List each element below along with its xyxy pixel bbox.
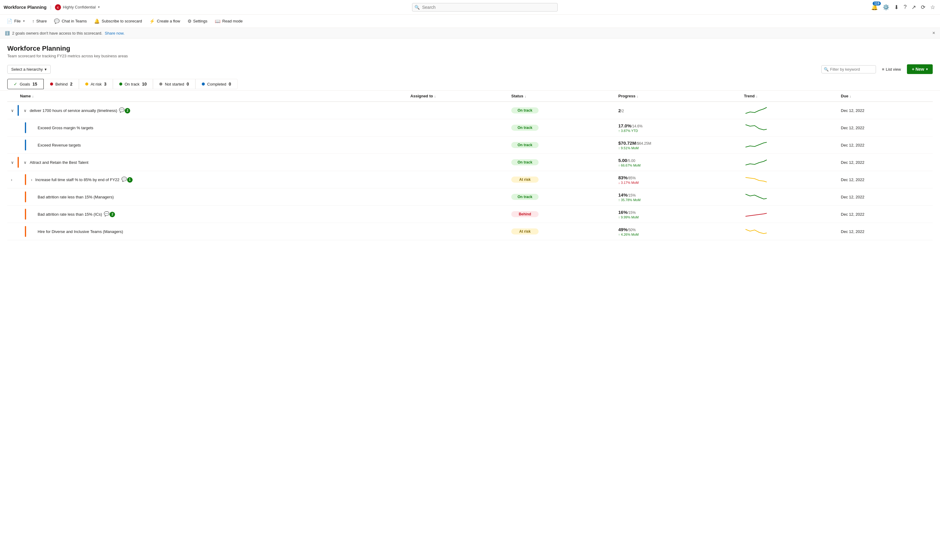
col-header-status[interactable]: Status↓: [509, 91, 616, 102]
name-cell: ∨deliver 1700 hours of service annually …: [18, 102, 408, 119]
download-icon-btn[interactable]: ⬇: [893, 3, 900, 12]
assigned-cell: [408, 206, 509, 223]
row-expand-button[interactable]: ∨: [23, 108, 28, 114]
progress-target: /85%: [628, 176, 636, 180]
pill-count: 0: [229, 82, 231, 86]
topbar: Workforce Planning | C Highly Confidenti…: [0, 0, 940, 15]
status-pill-behind[interactable]: Behind 2: [44, 79, 79, 89]
expand-col: ›: [7, 171, 18, 188]
table-row: ∨ ∨deliver 1700 hours of service annuall…: [7, 102, 933, 119]
comment-count: 2: [125, 108, 130, 114]
expand-button[interactable]: ∨: [10, 160, 15, 165]
status-pill-notstarted[interactable]: Not started 0: [153, 79, 195, 89]
accent-bar: [18, 105, 19, 116]
table-row: › ›Increase full time staff % to 85% by …: [7, 171, 933, 188]
pill-label: Goals: [20, 82, 30, 86]
comment-count: 1: [127, 177, 132, 183]
readmode-label: Read mode: [222, 19, 243, 23]
progress-target: /15%: [628, 211, 636, 215]
status-pill-goals[interactable]: ✓Goals 15: [7, 79, 44, 89]
status-pill-completed[interactable]: Completed 0: [195, 79, 238, 89]
expand-col-header: [7, 91, 18, 102]
expand-button[interactable]: ∨: [10, 108, 15, 114]
table-wrap: Name↓Assigned to↓Status↓Progress↓Trend↓D…: [0, 91, 940, 240]
notifications-button[interactable]: 🔔 119: [870, 3, 879, 12]
progress-value: 2: [618, 108, 621, 113]
confidential-dropdown-arrow[interactable]: ▾: [98, 5, 100, 9]
accent-bar: [25, 209, 26, 220]
new-button[interactable]: + New ▾: [907, 64, 933, 74]
help-icon-btn[interactable]: ?: [902, 3, 908, 12]
create-flow-button[interactable]: ⚡ Create a flow: [146, 17, 183, 26]
filter-search-icon: 🔍: [824, 67, 829, 72]
row-expand-button[interactable]: ∨: [23, 160, 28, 165]
banner-share-link[interactable]: Share now.: [105, 31, 125, 35]
hierarchy-chevron-icon: ▾: [45, 67, 47, 72]
col-header-due[interactable]: Due↓: [838, 91, 933, 102]
row-expand-button[interactable]: ›: [30, 177, 33, 183]
subscribe-button[interactable]: 🔔 Subscribe to scorecard: [91, 17, 145, 26]
progress-value: $70.72M: [618, 140, 636, 146]
toolbar: 📄 File ▾ ↑ Share 💬 Chat in Teams 🔔 Subsc…: [0, 15, 940, 28]
settings-icon-btn[interactable]: ⚙️: [882, 3, 891, 12]
progress-cell: 5.00/5.00↑ 66.67% MoM: [616, 154, 742, 171]
goal-name: Exceed Revenue targets: [38, 143, 81, 148]
share-icon-btn[interactable]: ↗: [910, 3, 917, 12]
trend-cell: [742, 223, 838, 240]
file-button[interactable]: 📄 File ▾: [4, 17, 28, 26]
col-header-trend[interactable]: Trend↓: [742, 91, 838, 102]
readmode-button[interactable]: 📖 Read mode: [212, 17, 246, 26]
progress-change: ↑ 66.67% MoM: [618, 163, 739, 167]
pill-count: 0: [187, 82, 189, 86]
settings-button[interactable]: ⚙ Settings: [185, 17, 211, 26]
file-label: File: [14, 19, 21, 23]
name-cell: ›Increase full time staff % to 85% by en…: [18, 171, 408, 188]
topbar-sep: |: [50, 5, 51, 10]
accent-bar: [25, 191, 26, 202]
favorite-icon-btn[interactable]: ☆: [929, 3, 936, 12]
list-view-label: List view: [886, 67, 901, 72]
page-header: Workforce Planning Team scorecard for tr…: [0, 38, 940, 62]
share-button[interactable]: ↑ Share: [29, 17, 50, 26]
table-row: Hire for Diverse and Inclusive Teams (Ma…: [7, 223, 933, 240]
sort-icon: ↓: [525, 94, 526, 98]
banner-close-button[interactable]: ×: [932, 30, 935, 36]
due-date: Dec 12, 2022: [841, 195, 864, 199]
hierarchy-select-button[interactable]: Select a hierarchy ▾: [7, 65, 51, 74]
comment-icon[interactable]: 💬2: [104, 211, 115, 217]
trend-cell: [742, 154, 838, 171]
list-view-icon: ≡: [882, 67, 885, 72]
name-cell: Exceed Gross margin % targets: [18, 119, 408, 137]
name-cell: Bad attrition rate less than 15% (Manage…: [18, 188, 408, 206]
confidential-label: Highly Confidential: [63, 5, 95, 9]
pill-count: 3: [104, 82, 106, 86]
pill-label: Not started: [165, 82, 184, 86]
list-view-button[interactable]: ≡ List view: [880, 66, 903, 73]
chat-teams-button[interactable]: 💬 Chat in Teams: [51, 17, 90, 26]
status-badge: Behind: [511, 211, 538, 217]
search-input[interactable]: [412, 3, 558, 12]
col-header-progress[interactable]: Progress↓: [616, 91, 742, 102]
col-header-name[interactable]: Name↓: [18, 91, 408, 102]
progress-change: ↓ 3.17% MoM: [618, 181, 739, 185]
settings-icon: ⚙: [188, 18, 191, 24]
status-pill-atrisk[interactable]: At risk 3: [79, 79, 113, 89]
expand-col: [7, 206, 18, 223]
progress-change: ↑ 35.78% MoM: [618, 198, 739, 202]
goal-name: Exceed Gross margin % targets: [38, 126, 94, 130]
status-badge: On track: [511, 108, 538, 114]
filter-input[interactable]: [822, 65, 876, 74]
status-pill-ontrack[interactable]: On track 10: [113, 79, 153, 89]
expand-button[interactable]: ›: [10, 177, 13, 183]
col-header-assigned-to[interactable]: Assigned to↓: [408, 91, 509, 102]
progress-target: /15%: [628, 193, 636, 197]
expand-col: [7, 137, 18, 154]
progress-target: /14.6%: [631, 124, 642, 128]
due-cell: Dec 12, 2022: [838, 171, 933, 188]
refresh-icon-btn[interactable]: ⟳: [920, 3, 927, 12]
comment-icon[interactable]: 💬2: [119, 108, 130, 114]
trend-cell: [742, 206, 838, 223]
comment-icon[interactable]: 💬1: [122, 177, 132, 183]
banner-text: 2 goals owners don't have access to this…: [12, 31, 102, 35]
expand-col: [7, 223, 18, 240]
